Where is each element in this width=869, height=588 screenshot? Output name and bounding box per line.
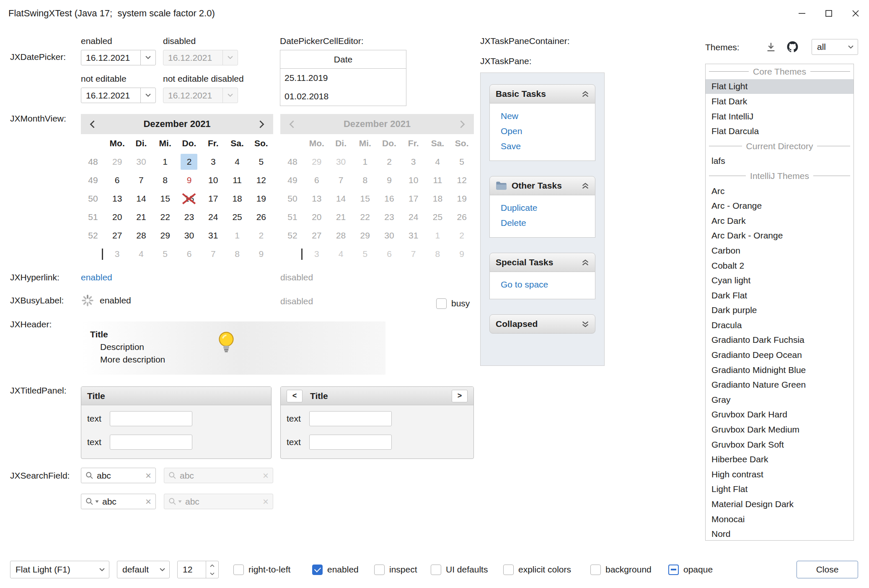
date-cell[interactable]: 8 [225,245,249,263]
date-cell[interactable]: 6 [177,245,201,263]
table-row[interactable]: 25.11.2019 [280,69,406,87]
taskpane-link[interactable]: Go to space [501,277,595,292]
date-cell[interactable]: 22 [153,208,177,226]
taskpane-link[interactable]: New [501,109,595,124]
text-input[interactable] [309,435,392,450]
clear-icon[interactable]: × [263,471,269,481]
theme-item[interactable]: Arc [706,184,853,199]
date-cell[interactable]: 26 [249,208,273,226]
date-cell[interactable]: 24 [201,208,225,226]
date-cell[interactable]: 27 [105,226,129,245]
checkbox-box[interactable] [668,565,679,575]
date-cell[interactable]: 8 [153,171,177,189]
date-cell[interactable]: 20 [105,208,129,226]
clear-icon[interactable]: × [263,497,269,507]
theme-item[interactable]: Gruvbox Dark Soft [706,437,853,452]
download-icon[interactable] [765,41,777,53]
theme-item[interactable]: Flat Light [706,79,853,94]
checkbox-box[interactable] [431,565,441,575]
text-input[interactable] [110,435,192,450]
date-cell[interactable]: 23 [177,208,201,226]
search-input[interactable] [97,471,142,481]
collapse-down-icon[interactable] [582,321,589,328]
checkbox-right-to-left[interactable]: right-to-left [233,561,290,578]
theme-item[interactable]: lafs [706,154,853,169]
date-cell[interactable]: 12 [249,171,273,189]
theme-item[interactable]: Flat IntelliJ [706,109,853,124]
theme-item[interactable]: Gray [706,392,853,407]
collapse-up-icon[interactable] [582,182,589,189]
date-cell[interactable]: 25 [225,208,249,226]
checkbox-inspect[interactable]: inspect [374,561,417,578]
datepicker-noteditable[interactable]: 16.12.2021 [81,88,156,103]
date-cell[interactable]: 4 [225,153,249,171]
theme-item[interactable]: Gruvbox Dark Hard [706,407,853,422]
theme-item[interactable]: Cyan light [706,273,853,288]
date-cell[interactable]: 3 [105,245,129,263]
spinner-buttons[interactable] [206,561,218,578]
style-combo[interactable]: default [117,561,170,578]
theme-item[interactable]: Nord [706,526,853,541]
theme-item[interactable]: Carbon [706,243,853,258]
date-cell[interactable]: 1 [225,226,249,245]
close-window-button[interactable] [842,0,869,26]
date-cell[interactable]: 28 [129,226,153,245]
theme-item[interactable]: Flat Darcula [706,124,853,139]
theme-item[interactable]: Gruvbox Dark Medium [706,422,853,437]
date-cell[interactable] [81,245,105,263]
theme-item[interactable]: Gradianto Deep Ocean [706,347,853,363]
date-cell[interactable]: 18 [225,189,249,208]
date-cell[interactable]: 9 [177,171,201,189]
theme-item[interactable]: Dark purple [706,303,853,318]
date-cell[interactable]: 29 [153,226,177,245]
date-cell[interactable]: 2 [249,226,273,245]
theme-item[interactable]: Dracula [706,318,853,333]
next-month-icon[interactable] [257,120,266,128]
busy-checkbox[interactable] [436,298,447,309]
theme-item[interactable]: Current Directory [706,139,853,154]
datepicker-dropdown-button[interactable] [140,88,155,103]
taskpane-link[interactable]: Open [501,124,595,139]
theme-item[interactable]: High contrast [706,467,853,482]
theme-item[interactable]: Gradianto Nature Green [706,377,853,392]
date-cell[interactable]: 4 [129,245,153,263]
date-cell[interactable]: 48 [81,153,105,171]
date-cell[interactable]: 1 [153,153,177,171]
checkbox-box[interactable] [312,565,323,575]
collapse-up-icon[interactable] [582,91,589,98]
themes-filter-combo[interactable]: all [812,39,858,55]
search-input[interactable] [185,497,259,507]
theme-item[interactable]: Gradianto Midnight Blue [706,363,853,378]
date-cell[interactable]: 7 [129,171,153,189]
clear-icon[interactable]: × [145,497,151,507]
theme-item[interactable]: Core Themes [706,64,853,79]
taskpane-link[interactable]: Duplicate [501,200,595,215]
date-cell[interactable]: 15 [153,189,177,208]
spinner-down-icon[interactable] [206,570,218,578]
theme-item[interactable]: Arc Dark - Orange [706,228,853,243]
prev-month-icon[interactable] [88,120,97,128]
maximize-button[interactable] [815,0,842,26]
theme-item[interactable]: Monocai [706,512,853,527]
date-cell[interactable]: 17 [201,189,225,208]
date-cell[interactable]: 52 [81,226,105,245]
date-cell[interactable]: 31 [201,226,225,245]
search-input[interactable] [102,497,142,507]
checkbox-explicit-colors[interactable]: explicit colors [503,561,571,578]
close-button[interactable]: Close [797,561,858,578]
theme-item[interactable]: Cobalt 2 [706,258,853,273]
taskpane-link[interactable]: Delete [501,215,595,231]
checkbox-box[interactable] [374,565,385,575]
checkbox-opaque[interactable]: opaque [668,561,713,578]
laf-combo[interactable]: Flat Light (F1) [10,561,109,578]
text-input[interactable] [110,411,192,426]
titledpanel-prev-button[interactable]: < [287,390,303,402]
checkbox-box[interactable] [233,565,244,575]
minimize-button[interactable] [789,0,815,26]
checkbox-enabled[interactable]: enabled [312,561,359,578]
taskpane-link[interactable]: Save [501,139,595,154]
theme-item[interactable]: Light Flat [706,482,853,497]
date-cell[interactable]: 50 [81,189,105,208]
spinner-up-icon[interactable] [206,561,218,570]
date-cell[interactable]: 30 [129,153,153,171]
